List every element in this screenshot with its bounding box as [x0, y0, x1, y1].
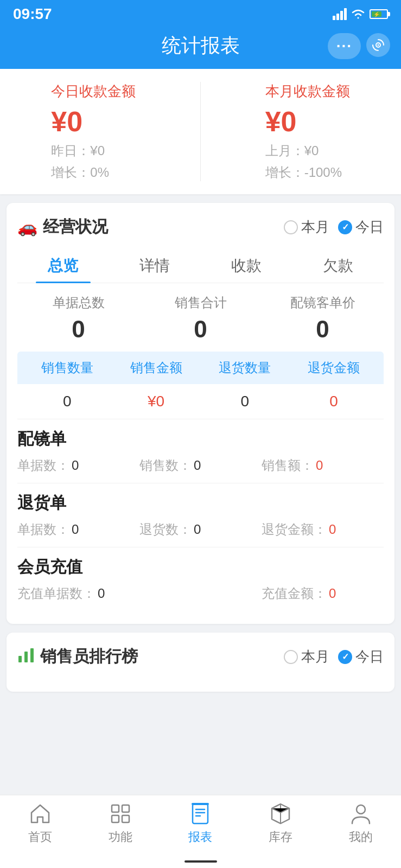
- camera-button[interactable]: [366, 33, 390, 57]
- stat-sales-total: 销售合计 0: [139, 294, 262, 343]
- ranking-period-month-label: 本月: [301, 647, 329, 666]
- stat-sales-total-value: 0: [194, 316, 207, 343]
- today-revenue-label: 今日收款金额: [51, 82, 136, 101]
- ranking-period-toggle: 本月 今日: [284, 647, 384, 666]
- svg-rect-12: [122, 815, 129, 822]
- data-table-header: 销售数量 销售金额 退货数量 退货金额: [17, 352, 384, 384]
- prescription-sales-amount-label: 销售额：: [262, 457, 314, 474]
- svg-point-18: [357, 805, 365, 814]
- wifi-icon: [351, 8, 365, 20]
- return-bill-count-label: 单据数：: [17, 521, 69, 538]
- status-time: 09:57: [13, 5, 52, 23]
- return-qty-value: 0: [194, 522, 201, 537]
- period-today-option[interactable]: 今日: [338, 218, 384, 237]
- month-revenue-label: 本月收款金额: [265, 82, 350, 101]
- month-revenue-amount: ¥0: [265, 105, 297, 138]
- month-revenue: 本月收款金额 ¥0 上月：¥0 增长：-100%: [265, 82, 350, 181]
- stat-unit-price-label: 配镜客单价: [290, 294, 355, 311]
- more-button[interactable]: ···: [328, 33, 361, 59]
- scroll-content: 今日收款金额 ¥0 昨日：¥0 增长：0% 本月收款金额 ¥0 上月：¥0 增长…: [0, 69, 401, 795]
- report-icon: [188, 802, 212, 826]
- nav-label-func: 功能: [109, 829, 132, 845]
- period-month-label: 本月: [301, 218, 329, 237]
- prescription-sales-amount-value: 0: [316, 458, 323, 473]
- svg-rect-10: [122, 805, 129, 812]
- stat-unit-price-value: 0: [316, 316, 329, 343]
- svg-rect-13: [193, 804, 208, 824]
- stat-unit-price: 配镜客单价 0: [262, 294, 384, 343]
- operation-header: 🚗 经营状况 本月 今日: [17, 216, 384, 238]
- operation-icon: 🚗: [17, 218, 37, 237]
- overview-stats: 单据总数 0 销售合计 0 配镜客单价 0: [17, 294, 384, 343]
- th-sales-amount: 销售金额: [112, 359, 201, 376]
- prescription-sales-qty-label: 销售数：: [139, 457, 192, 474]
- stat-total-bills-value: 0: [72, 316, 85, 343]
- membership-recharge-amount-label: 充值金额：: [262, 585, 327, 602]
- ranking-icon: [17, 646, 35, 667]
- bottom-nav: 首页 功能 报表 库存: [0, 795, 401, 856]
- period-month-option[interactable]: 本月: [284, 218, 329, 237]
- th-sales-qty: 销售数量: [23, 359, 112, 376]
- svg-rect-17: [192, 803, 209, 805]
- nav-item-report[interactable]: 报表: [161, 802, 241, 845]
- return-qty-label: 退货数：: [139, 521, 192, 538]
- nav-item-func[interactable]: 功能: [80, 802, 161, 845]
- ranking-period-today-radio[interactable]: [338, 650, 352, 664]
- nav-label-report: 报表: [188, 829, 212, 845]
- nav-label-home: 首页: [28, 829, 52, 845]
- return-title: 退货单: [17, 492, 384, 514]
- nav-label-mine: 我的: [349, 829, 373, 845]
- tab-arrears[interactable]: 欠款: [292, 249, 384, 283]
- prescription-sales-qty: 销售数： 0: [139, 457, 262, 474]
- prescription-bill-count-value: 0: [72, 458, 79, 473]
- svg-rect-9: [112, 805, 119, 812]
- prescription-sales-qty-value: 0: [194, 458, 201, 473]
- page-title: 统计报表: [162, 33, 240, 59]
- membership-data: 充值单据数： 0 充值金额： 0: [17, 585, 384, 602]
- ranking-title-group: 销售员排行榜: [17, 646, 138, 668]
- svg-rect-8: [30, 648, 34, 662]
- ranking-period-month-radio[interactable]: [284, 650, 298, 664]
- tab-payment[interactable]: 收款: [201, 249, 292, 283]
- membership-placeholder: [139, 585, 262, 602]
- return-bill-count: 单据数： 0: [17, 521, 139, 538]
- ranking-period-today-option[interactable]: 今日: [338, 647, 384, 666]
- tab-overview[interactable]: 总览: [17, 249, 109, 283]
- operation-title-group: 🚗 经营状况: [17, 216, 108, 238]
- operation-tabs: 总览 详情 收款 欠款: [17, 249, 384, 283]
- signal-icon: [333, 8, 347, 20]
- ranking-period-month-option[interactable]: 本月: [284, 647, 329, 666]
- prescription-section: 配镜单 单据数： 0 销售数： 0 销售额： 0: [17, 419, 384, 483]
- nav-item-mine[interactable]: 我的: [321, 802, 401, 845]
- svg-rect-0: [333, 16, 335, 20]
- svg-rect-7: [24, 652, 28, 662]
- svg-rect-6: [18, 656, 22, 662]
- yesterday-amount: 昨日：¥0: [51, 142, 105, 159]
- return-amount-label: 退货金额：: [262, 521, 327, 538]
- today-revenue-amount: ¥0: [51, 105, 82, 138]
- ranking-header: 销售员排行榜 本月 今日: [17, 646, 384, 668]
- period-month-radio[interactable]: [284, 220, 298, 234]
- return-amount-value: 0: [329, 522, 336, 537]
- th-return-amount: 退货金额: [289, 359, 378, 376]
- nav-item-home[interactable]: 首页: [0, 802, 80, 845]
- td-sales-qty: 0: [23, 393, 112, 410]
- membership-bill-count: 充值单据数： 0: [17, 585, 139, 602]
- tab-detail[interactable]: 详情: [109, 249, 201, 283]
- td-return-qty: 0: [201, 393, 290, 410]
- nav-item-stock[interactable]: 库存: [240, 802, 321, 845]
- return-data: 单据数： 0 退货数： 0 退货金额： 0: [17, 521, 384, 538]
- stat-total-bills: 单据总数 0: [17, 294, 139, 343]
- membership-bill-count-value: 0: [98, 586, 105, 601]
- return-section: 退货单 单据数： 0 退货数： 0 退货金额： 0: [17, 483, 384, 547]
- prescription-bill-count-label: 单据数：: [17, 457, 69, 474]
- period-today-radio[interactable]: [338, 220, 352, 234]
- prescription-sales-amount: 销售额： 0: [262, 457, 384, 474]
- membership-section: 会员充值 充值单据数： 0 充值金额： 0: [17, 547, 384, 611]
- camera-icon: [372, 39, 385, 52]
- stock-icon: [269, 802, 292, 826]
- month-growth: 增长：-100%: [265, 164, 342, 181]
- th-return-qty: 退货数量: [201, 359, 290, 376]
- status-icons: ⚡: [333, 8, 388, 20]
- ranking-period-today-label: 今日: [355, 647, 384, 666]
